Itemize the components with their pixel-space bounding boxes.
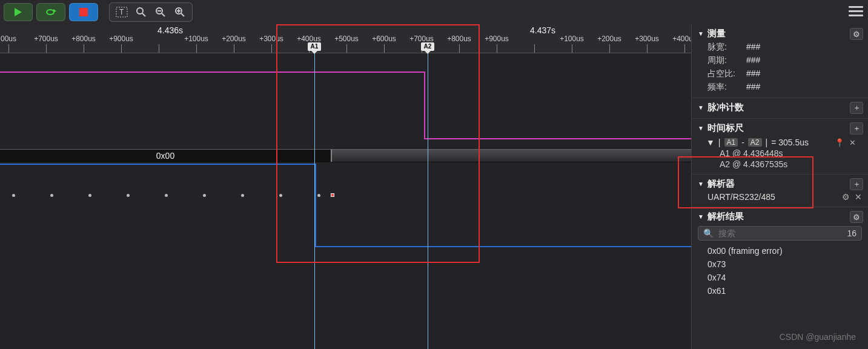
text-select-button[interactable]: T xyxy=(113,4,130,20)
data-dot-error xyxy=(331,193,334,197)
svg-rect-2 xyxy=(79,8,88,16)
measure-value: ### xyxy=(746,82,760,93)
measure-key: 周期: xyxy=(707,55,739,66)
section-measure-header[interactable]: ▼ 测量 xyxy=(698,28,862,39)
cursor-a1-flag[interactable]: A1 xyxy=(308,42,321,51)
section-measure: ▼ 测量 ⚙ 脉宽:###周期:###占空比:###频率:### xyxy=(692,24,868,98)
ruler-tick-label: +100us xyxy=(560,35,584,43)
ruler-tick-label: +800us xyxy=(447,35,471,43)
ruler-tick xyxy=(384,44,385,53)
measure-key: 频率: xyxy=(707,82,739,93)
stop-button[interactable] xyxy=(69,3,98,21)
search-input[interactable] xyxy=(718,228,842,238)
ruler-tick xyxy=(234,44,234,53)
analyzer-add-button[interactable]: ＋ xyxy=(850,178,863,190)
gear-icon[interactable]: ⚙ xyxy=(842,192,850,202)
ruler-tag-b: A2 xyxy=(748,138,762,147)
loop-button[interactable] xyxy=(36,3,65,21)
results-count: 16 xyxy=(847,228,856,238)
pin-icon[interactable]: 📍 xyxy=(835,138,844,147)
play-button[interactable] xyxy=(4,3,33,21)
section-pulse-count-header[interactable]: ▼ 脉冲计数 xyxy=(698,102,862,113)
measure-value: ### xyxy=(746,55,760,66)
data-dot xyxy=(50,194,53,197)
data-dot xyxy=(241,194,244,197)
section-title: 解析器 xyxy=(707,178,735,190)
result-item[interactable]: 0x73 xyxy=(698,258,862,271)
ruler-tick-label: +500us xyxy=(334,35,359,43)
close-icon[interactable]: ✕ xyxy=(855,192,862,202)
ruler-tick xyxy=(534,44,535,53)
ruler-tick xyxy=(609,44,610,53)
ruler-tick-label: +900us xyxy=(485,35,509,43)
pulse-add-button[interactable]: ＋ xyxy=(850,102,863,114)
analyzer-item[interactable]: UART/RS232/485 ⚙ ✕ xyxy=(698,192,862,202)
svg-line-6 xyxy=(142,13,145,16)
ruler-tick-label: +900us xyxy=(109,35,133,43)
result-list: 0x00 (framing error)0x730x740x61 xyxy=(698,244,862,297)
chevron-down-icon: ▼ xyxy=(698,181,704,187)
section-title: 解析结果 xyxy=(707,211,744,222)
ch2-trace xyxy=(0,164,315,165)
menu-button[interactable] xyxy=(849,4,863,19)
ruler-add-button[interactable]: ＋ xyxy=(850,122,863,135)
data-dot xyxy=(317,194,320,197)
section-time-ruler: ▼ 时间标尺 ＋ ▼ | A1 - A2 | = 305.5us 📍 ✕ A1 … xyxy=(692,119,868,174)
result-item[interactable]: 0x74 xyxy=(698,271,862,284)
ruler-tick xyxy=(497,44,497,53)
cursor-a1-line[interactable] xyxy=(314,53,315,349)
measure-row: 周期:### xyxy=(698,55,862,66)
ruler-line-b: A2 @ 4.4367535s xyxy=(706,159,862,169)
section-title: 时间标尺 xyxy=(707,122,744,134)
zoom-out-button[interactable] xyxy=(152,4,169,20)
close-icon[interactable]: ✕ xyxy=(849,138,856,147)
waveform-area[interactable]: 4.436s4.437s00us+700us+800us+900us+100us… xyxy=(0,24,691,349)
search-icon: 🔍 xyxy=(703,228,714,238)
result-item[interactable]: 0x00 (framing error) xyxy=(698,244,862,258)
ruler-tick-label: +700us xyxy=(409,35,434,43)
data-segment[interactable]: 0x00 xyxy=(0,150,332,162)
ruler-major-label: 4.436s xyxy=(157,25,183,35)
chevron-down-icon: ▼ xyxy=(698,213,704,220)
chevron-down-icon: ▼ xyxy=(698,125,704,131)
ruler-tick-label: +400us xyxy=(297,35,321,43)
cursor-a2-flag[interactable]: A2 xyxy=(421,42,434,51)
results-settings-button[interactable]: ⚙ xyxy=(850,211,863,223)
section-analyzer-header[interactable]: ▼ 解析器 xyxy=(698,178,862,190)
chevron-down-icon: ▼ xyxy=(706,138,715,147)
ruler-pair[interactable]: ▼ | A1 - A2 | = 305.5us 📍 ✕ A1 @ 4.43644… xyxy=(698,138,862,169)
data-dot xyxy=(12,194,15,197)
zoom-in-button[interactable] xyxy=(171,4,188,20)
measure-settings-button[interactable]: ⚙ xyxy=(850,28,863,40)
measure-row: 频率:### xyxy=(698,82,862,93)
zoom-fit-button[interactable] xyxy=(133,4,150,20)
ruler-tick-label: +200us xyxy=(222,35,246,43)
measure-key: 占空比: xyxy=(707,68,739,79)
cursor-a2-line[interactable] xyxy=(428,53,428,349)
ruler-tick xyxy=(647,44,648,53)
chevron-down-icon: ▼ xyxy=(698,30,704,37)
chevron-down-icon: ▼ xyxy=(698,104,704,111)
ruler-tick-label: +600us xyxy=(372,35,396,43)
ruler-line-a: A1 @ 4.436448s xyxy=(706,148,862,158)
measure-value: ### xyxy=(746,68,760,79)
ch1-trace xyxy=(0,71,424,73)
ruler-tick xyxy=(84,44,84,53)
measure-row: 脉宽:### xyxy=(698,42,862,53)
time-ruler[interactable]: 4.436s4.437s00us+700us+800us+900us+100us… xyxy=(0,24,691,53)
ruler-tick xyxy=(684,44,685,53)
measure-value: ### xyxy=(746,42,760,53)
section-time-ruler-header[interactable]: ▼ 时间标尺 xyxy=(698,122,862,134)
section-results-header[interactable]: ▼ 解析结果 xyxy=(698,211,862,222)
result-item[interactable]: 0x61 xyxy=(698,284,862,297)
channels: 0x00 xyxy=(0,53,691,349)
ruler-tick xyxy=(159,44,159,53)
side-panel: ▼ 测量 ⚙ 脉宽:###周期:###占空比:###频率:### ▼ 脉冲计数 … xyxy=(691,24,868,349)
ch2-edge xyxy=(315,164,316,246)
section-title: 脉冲计数 xyxy=(707,102,744,113)
section-results: ▼ 解析结果 ⚙ 🔍 16 0x00 (framing error)0x730x… xyxy=(692,207,868,302)
ruler-tick-label: +700us xyxy=(34,35,58,43)
ruler-tick-label: 00us xyxy=(1,35,16,43)
ch1-edge xyxy=(424,71,425,138)
ruler-tick xyxy=(459,44,460,53)
